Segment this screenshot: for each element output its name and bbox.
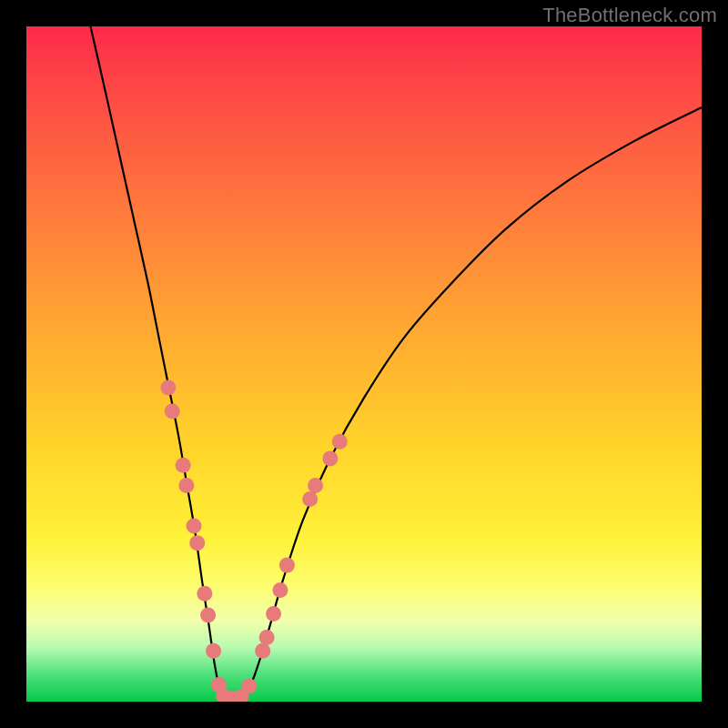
data-marker [187, 519, 202, 534]
data-marker [241, 678, 257, 693]
chart-frame: TheBottleneck.com [0, 0, 728, 728]
data-marker [279, 558, 295, 573]
marker-group [160, 379, 347, 702]
data-marker [189, 535, 205, 551]
data-marker [160, 379, 176, 395]
plot-area [26, 26, 702, 702]
data-marker [322, 450, 338, 466]
data-marker [206, 643, 221, 659]
data-marker [176, 458, 191, 473]
data-marker [197, 586, 212, 602]
data-marker [308, 478, 323, 493]
chart-svg [26, 26, 702, 702]
watermark-text: TheBottleneck.com [542, 4, 717, 27]
data-marker [178, 478, 194, 493]
data-marker [332, 434, 348, 450]
data-marker [272, 582, 288, 598]
data-marker [255, 643, 270, 659]
data-marker [165, 403, 180, 419]
data-marker [200, 608, 216, 623]
data-marker [259, 630, 275, 645]
data-marker [302, 491, 318, 507]
data-marker [266, 606, 281, 622]
v-curve [90, 26, 702, 700]
